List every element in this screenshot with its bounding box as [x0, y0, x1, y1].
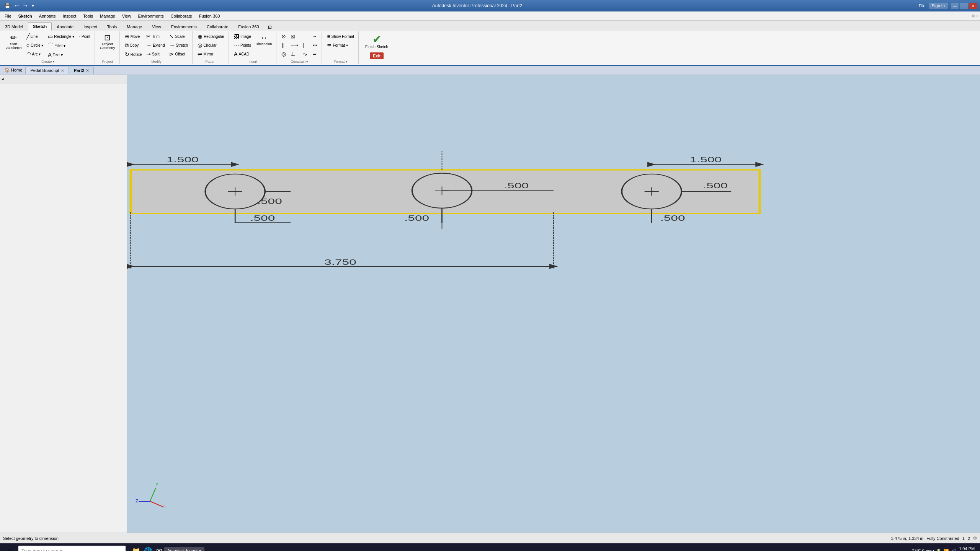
menu-collaborate[interactable]: Collaborate: [168, 13, 195, 19]
taskbar-explorer-icon[interactable]: 📁: [130, 545, 142, 551]
constraint-status: Fully Constrained: [926, 536, 959, 541]
panel-expand-icon[interactable]: ◂: [2, 77, 4, 82]
pedal-board-tab[interactable]: Pedal Board.ipt ✕: [25, 67, 69, 74]
tangent-btn[interactable]: ∿: [301, 50, 310, 58]
constrain-col3: — | ∿: [301, 32, 310, 58]
concentric-icon: ◎: [281, 51, 286, 57]
svg-text:.500: .500: [660, 214, 685, 222]
move-btn[interactable]: ⊕ Move: [123, 32, 144, 41]
arc-btn[interactable]: ◠ Arc ▾: [24, 50, 46, 58]
start-2d-sketch-btn[interactable]: ✏ Start2D Sketch: [4, 32, 24, 51]
scale-btn[interactable]: ⤡ Scale: [167, 32, 190, 41]
menu-sketch[interactable]: Sketch: [15, 13, 35, 19]
sign-in-btn[interactable]: Sign In: [929, 3, 948, 9]
tab-annotate[interactable]: Annotate: [52, 23, 78, 31]
tab-tools[interactable]: Tools: [102, 23, 122, 31]
search-help[interactable]: File: [919, 3, 926, 8]
part2-close[interactable]: ✕: [86, 68, 89, 73]
rotate-btn[interactable]: ↻ Rotate: [123, 50, 144, 59]
text-btn[interactable]: A Text ▾: [46, 51, 76, 59]
tab-sketch[interactable]: Sketch: [28, 22, 52, 31]
format-label: Format ▾: [325, 59, 356, 64]
tab-inspect[interactable]: Inspect: [78, 23, 102, 31]
rectangle-btn[interactable]: ▭ Rectangle ▾: [46, 32, 76, 41]
line-btn[interactable]: ╱ Line: [24, 32, 46, 41]
quick-access-options[interactable]: ▾: [30, 2, 36, 9]
equal-btn[interactable]: =: [311, 50, 319, 58]
close-button[interactable]: ✕: [969, 3, 977, 9]
copy-btn[interactable]: ⧉ Copy: [123, 41, 144, 50]
image-btn[interactable]: 🖼 Image: [232, 32, 253, 41]
tab-environments[interactable]: Environments: [166, 23, 202, 31]
taskbar-items: 📁 🌐 ✉ Autodesk Inventor: [130, 545, 204, 551]
fillet-btn[interactable]: ⌒ Fillet ▾: [46, 41, 76, 50]
show-format-btn[interactable]: ≡ Show Format: [325, 32, 356, 41]
stretch-btn[interactable]: ↔ Stretch: [167, 41, 190, 49]
finish-sketch-btn[interactable]: ✔ Finish Sketch: [362, 32, 392, 51]
taskbar-browser-icon[interactable]: 🌐: [142, 545, 154, 551]
checkmark-icon: ✔: [372, 34, 381, 45]
extend-btn[interactable]: → Extend: [144, 41, 167, 49]
offset-btn[interactable]: ⊳ Offset: [167, 50, 190, 58]
coincident-btn[interactable]: ⊙: [279, 32, 288, 41]
collinear-btn[interactable]: ∥: [279, 41, 288, 49]
perpendicular-btn[interactable]: ⊥: [289, 50, 300, 58]
dimension-btn[interactable]: ↔ Dimension: [254, 32, 274, 47]
exit-button[interactable]: Exit: [370, 52, 384, 59]
menu-file[interactable]: File: [2, 13, 15, 19]
pedal-board-close[interactable]: ✕: [61, 68, 64, 73]
settings-icon[interactable]: ⚙: [973, 536, 977, 541]
points-btn[interactable]: ⋯ Points: [232, 41, 253, 49]
circle-btn[interactable]: ○ Circle ▾: [24, 41, 46, 49]
tab-collaborate[interactable]: Collaborate: [202, 23, 233, 31]
project-geometry-btn[interactable]: ⊡ ProjectGeometry: [98, 32, 117, 51]
modify-col2: ✂ Trim → Extend ⊸ Split: [144, 32, 167, 58]
menu-inspect[interactable]: Inspect: [60, 13, 79, 19]
menu-fusion360[interactable]: Fusion 360: [196, 13, 223, 19]
sketch-icon: ✏: [10, 34, 17, 41]
tab-manage[interactable]: Manage: [122, 23, 147, 31]
titlebar: 💾 ↩ ↪ ▾ Autodesk Inventor Professional 2…: [0, 0, 980, 11]
mirror-icon: ⇌: [198, 51, 202, 57]
acad-btn[interactable]: A ACAD: [232, 50, 253, 58]
point-btn[interactable]: · Point: [77, 32, 92, 41]
quick-access-redo[interactable]: ↪: [22, 2, 29, 9]
taskbar-inventor-item[interactable]: Autodesk Inventor: [164, 547, 204, 551]
modify-label: Modify: [123, 59, 190, 64]
parallel-btn[interactable]: ⟹: [289, 41, 300, 49]
vertical-btn[interactable]: |: [301, 41, 310, 49]
search-input[interactable]: [18, 546, 126, 551]
minimize-button[interactable]: —: [951, 3, 959, 9]
menu-tools[interactable]: Tools: [80, 13, 96, 19]
ribbon: 3D Model Sketch Annotate Inspect Tools M…: [0, 21, 980, 66]
canvas-area[interactable]: FRONT ▲ ○ △ ⊕ ☰: [127, 75, 980, 533]
trim-btn[interactable]: ✂ Trim: [144, 32, 167, 41]
fix-btn[interactable]: ⊠: [289, 32, 300, 41]
workspace-switcher[interactable]: ⊡: [266, 24, 274, 31]
quick-access-undo[interactable]: ↩: [13, 2, 20, 9]
symmetric-btn[interactable]: ⇔: [311, 41, 319, 49]
split-btn[interactable]: ⊸ Split: [144, 50, 167, 58]
start-button[interactable]: ⊞: [2, 543, 17, 551]
maximize-button[interactable]: □: [960, 3, 968, 9]
circular-btn[interactable]: ◎ Circular: [196, 41, 226, 49]
tray-weather: 71°F Sunny: [912, 549, 934, 551]
format-btn[interactable]: ≣ Format ▾: [325, 41, 356, 49]
menu-environments[interactable]: Environments: [135, 13, 167, 19]
tab-view[interactable]: View: [147, 23, 166, 31]
menu-manage[interactable]: Manage: [97, 13, 118, 19]
home-tab[interactable]: 🏠 Home: [2, 67, 25, 74]
horizontal-btn[interactable]: —: [301, 32, 310, 41]
smooth-btn[interactable]: ~: [311, 32, 319, 41]
concentric-btn[interactable]: ◎: [279, 50, 288, 58]
menu-annotate[interactable]: Annotate: [36, 13, 59, 19]
tab-fusion360[interactable]: Fusion 360: [233, 23, 264, 31]
insert-label: Insert: [232, 59, 274, 64]
rectangular-btn[interactable]: ▦ Rectangular: [196, 32, 226, 41]
tab-3dmodel[interactable]: 3D Model: [0, 23, 28, 31]
menu-view[interactable]: View: [119, 13, 134, 19]
mirror-btn[interactable]: ⇌ Mirror: [196, 50, 226, 58]
taskbar-mail-icon[interactable]: ✉: [155, 545, 163, 551]
quick-access-save[interactable]: 💾: [3, 2, 12, 9]
part2-tab[interactable]: Part2 ✕: [69, 67, 94, 74]
